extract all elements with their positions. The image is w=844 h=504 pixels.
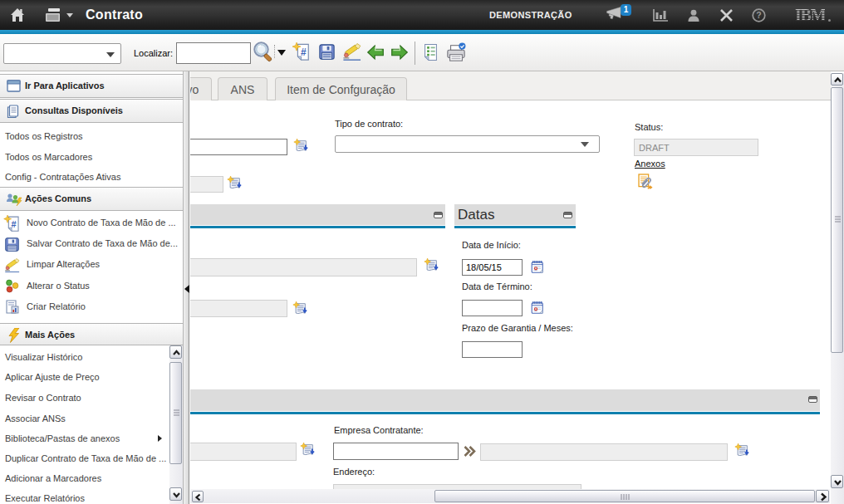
svg-text:?: ? <box>756 10 761 20</box>
